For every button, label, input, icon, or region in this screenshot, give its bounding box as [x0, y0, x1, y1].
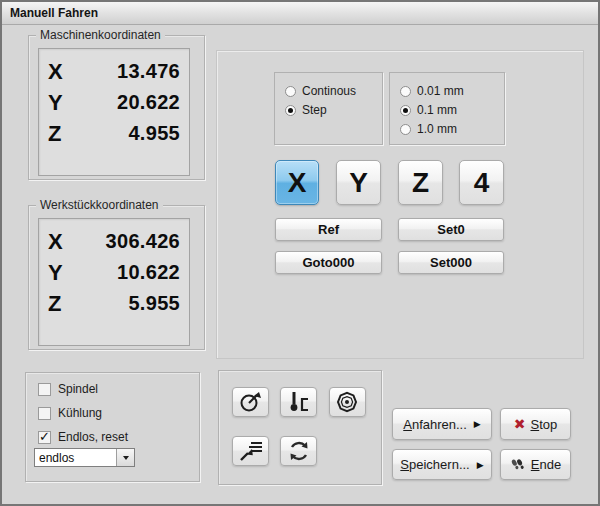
- checkbox-label: Kühlung: [58, 406, 102, 420]
- stop-button[interactable]: ✖ Stop: [500, 408, 571, 440]
- axis-value: 10.622: [117, 261, 180, 284]
- radio-dot[interactable]: [400, 124, 411, 135]
- button-label: Ref: [318, 222, 339, 237]
- checkbox-box[interactable]: [38, 383, 51, 396]
- axis-label: Y: [48, 90, 63, 116]
- axis-4-button[interactable]: 4: [459, 160, 504, 205]
- radio-label: 1.0 mm: [417, 122, 457, 136]
- titlebar[interactable]: Manuell Fahren: [2, 2, 598, 25]
- radio-label: Continous: [302, 84, 356, 98]
- tool-actions-group: [218, 370, 382, 485]
- override-dial-icon: [238, 390, 264, 414]
- axis-button-label: X: [288, 167, 307, 199]
- axis-value: 20.622: [117, 91, 180, 114]
- park-position-button[interactable]: [232, 436, 269, 466]
- radio-dot[interactable]: [285, 86, 296, 97]
- set000-button[interactable]: Set000: [398, 251, 504, 274]
- submenu-arrow-icon: ▶: [474, 419, 481, 429]
- button-label: Stop: [530, 417, 557, 432]
- workpiece-coordinates-group: Werkstückkoordinaten X 306.426 Y 10.622 …: [28, 205, 205, 350]
- radio-step-0-01mm[interactable]: 0.01 mm: [400, 83, 504, 99]
- stop-x-icon: ✖: [514, 416, 526, 432]
- checkbox-label: Endlos, reset: [58, 430, 128, 444]
- combobox-dropdown-button[interactable]: [116, 449, 134, 466]
- anfahren-button[interactable]: Anfahren... ▶: [392, 408, 492, 440]
- axis-x-button[interactable]: X: [275, 160, 319, 205]
- button-label: Set0: [437, 222, 464, 237]
- submenu-arrow-icon: ▶: [477, 460, 484, 470]
- radio-step[interactable]: Step: [285, 102, 382, 118]
- axis-label: Z: [48, 121, 61, 147]
- axis-button-label: Z: [412, 167, 429, 199]
- workpiece-coordinates-label: Werkstückkoordinaten: [36, 198, 163, 212]
- manual-drive-dialog: Manuell Fahren Maschinenkoordinaten X 13…: [0, 0, 600, 506]
- jog-mode-group: Continous Step: [274, 72, 383, 145]
- step-size-group: 0.01 mm 0.1 mm 1.0 mm: [389, 72, 505, 145]
- spindle-cutter-icon: [335, 390, 361, 414]
- axis-z-button[interactable]: Z: [398, 160, 443, 205]
- axis-value: 13.476: [117, 60, 180, 83]
- axis-label: Z: [48, 291, 61, 317]
- goto000-button[interactable]: Goto000: [275, 251, 382, 274]
- machine-coordinates-group: Maschinenkoordinaten X 13.476 Y 20.622 Z…: [28, 35, 205, 180]
- radio-dot[interactable]: [400, 86, 411, 97]
- axis-y-button[interactable]: Y: [336, 160, 381, 205]
- radio-dot[interactable]: [285, 105, 296, 116]
- button-label: Ende: [531, 457, 561, 472]
- radio-step-1-0mm[interactable]: 1.0 mm: [400, 121, 504, 137]
- button-label: Anfahren...: [403, 417, 467, 432]
- checkbox-box[interactable]: [38, 431, 51, 444]
- rotate-axis-icon: [286, 439, 312, 463]
- rotate-axis-button[interactable]: [280, 436, 317, 466]
- machine-coordinates-label: Maschinenkoordinaten: [36, 28, 165, 42]
- coordinate-row: X 13.476: [48, 56, 180, 87]
- coordinate-row: Y 10.622: [48, 257, 180, 288]
- checkbox-endlos-reset[interactable]: Endlos, reset: [38, 429, 128, 445]
- override-dial-button[interactable]: [232, 387, 269, 417]
- checkbox-kuehlung[interactable]: Kühlung: [38, 405, 102, 421]
- radio-label: 0.1 mm: [417, 103, 457, 117]
- axis-button-label: Y: [349, 167, 368, 199]
- machine-coordinates-display: X 13.476 Y 20.622 Z 4.955: [38, 48, 190, 176]
- radio-dot[interactable]: [400, 105, 411, 116]
- coordinate-row: Z 4.955: [48, 118, 180, 149]
- radio-continous[interactable]: Continous: [285, 83, 382, 99]
- radio-label: Step: [302, 103, 327, 117]
- button-label: Speichern...: [400, 457, 469, 472]
- button-label: Set000: [430, 255, 472, 270]
- axis-value: 4.955: [128, 122, 180, 145]
- axis-value: 5.955: [128, 292, 180, 315]
- checkbox-box[interactable]: [38, 407, 51, 420]
- coordinate-row: Y 20.622: [48, 87, 180, 118]
- ref-button[interactable]: Ref: [275, 218, 382, 241]
- button-label: Goto000: [302, 255, 354, 270]
- speichern-button[interactable]: Speichern... ▶: [392, 449, 492, 480]
- radio-label: 0.01 mm: [417, 84, 464, 98]
- checkbox-label: Spindel: [58, 382, 98, 396]
- axis-value: 306.426: [106, 230, 180, 253]
- spindle-cutter-button[interactable]: [329, 387, 366, 417]
- axis-button-label: 4: [474, 167, 490, 199]
- checkbox-spindel[interactable]: Spindel: [38, 381, 98, 397]
- radio-step-0-1mm[interactable]: 0.1 mm: [400, 102, 504, 118]
- workpiece-coordinates-display: X 306.426 Y 10.622 Z 5.955: [38, 218, 190, 346]
- axis-label: Y: [48, 260, 63, 286]
- window-title: Manuell Fahren: [10, 6, 98, 20]
- endlos-combobox[interactable]: endlos: [34, 448, 135, 467]
- axis-label: X: [48, 229, 63, 255]
- coordinate-row: X 306.426: [48, 226, 180, 257]
- park-position-icon: [238, 439, 264, 463]
- set0-button[interactable]: Set0: [398, 218, 504, 241]
- coordinate-row: Z 5.955: [48, 288, 180, 319]
- combobox-value: endlos: [35, 449, 116, 466]
- footsteps-icon: [510, 458, 526, 472]
- axis-label: X: [48, 59, 63, 85]
- ende-button[interactable]: Ende: [500, 449, 571, 480]
- tool-length-probe-button[interactable]: [280, 387, 317, 417]
- jog-panel: Continous Step 0.01 mm 0.1 mm 1.0 mm X: [216, 50, 584, 359]
- tool-length-probe-icon: [286, 390, 312, 414]
- spindle-options-group: Spindel Kühlung Endlos, reset endlos: [25, 372, 200, 482]
